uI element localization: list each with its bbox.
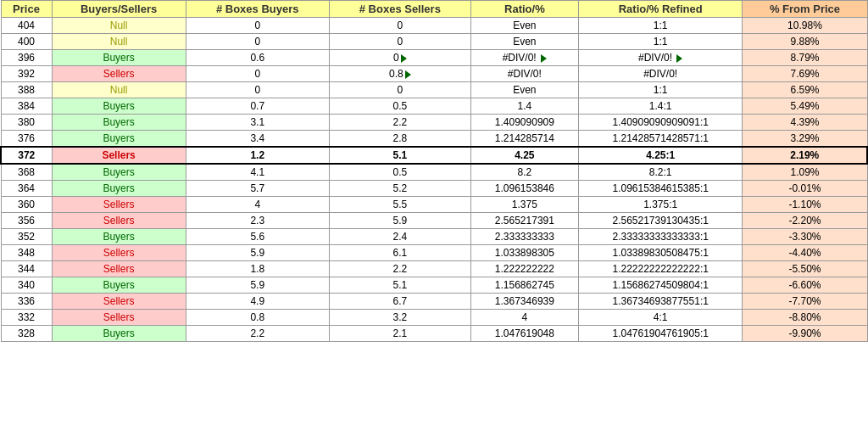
buyers-sellers-cell: Sellers (52, 310, 186, 326)
price-cell: 392 (1, 66, 52, 82)
boxes-sellers-cell: 2.1 (329, 326, 470, 342)
price-cell: 364 (1, 181, 52, 197)
ratio-cell: 1.367346939 (470, 294, 578, 310)
ratio-cell: 2.333333333 (470, 229, 578, 245)
boxes-sellers-cell: 0 (329, 50, 470, 66)
table-row: 360Sellers45.51.3751.375:1-1.10% (1, 197, 867, 213)
ratio-refined-cell: 4.25:1 (578, 147, 743, 164)
buyers-sellers-cell: Sellers (52, 213, 186, 229)
table-row: 328Buyers2.22.11.0476190481.047619047619… (1, 326, 867, 342)
ratio-cell: 1.409090909 (470, 115, 578, 131)
ratio-refined-cell: 8.2:1 (578, 164, 743, 181)
ratio-refined-cell: #DIV/0! (578, 66, 743, 82)
ratio-refined-cell: 1.03389830508475:1 (578, 245, 743, 261)
boxes-buyers-cell: 0.8 (186, 310, 329, 326)
from-price-cell: 1.09% (743, 164, 867, 181)
triangle-icon (401, 54, 407, 63)
boxes-buyers-cell: 5.6 (186, 229, 329, 245)
boxes-sellers-cell: 5.9 (329, 213, 470, 229)
triangle-icon (405, 70, 411, 79)
from-price-cell: 2.19% (743, 147, 867, 164)
price-cell: 404 (1, 18, 52, 34)
ratio-cell: #DIV/0! (470, 50, 578, 66)
col-header---boxes-sellers: # Boxes Sellers (329, 1, 470, 18)
price-cell: 368 (1, 164, 52, 181)
ratio-cell: 1.096153846 (470, 181, 578, 197)
buyers-sellers-cell: Buyers (52, 98, 186, 115)
from-price-cell: 4.39% (743, 115, 867, 131)
ratio-cell: 1.214285714 (470, 131, 578, 148)
price-cell: 332 (1, 310, 52, 326)
boxes-buyers-cell: 4.1 (186, 164, 329, 181)
table-row: 368Buyers4.10.58.28.2:11.09% (1, 164, 867, 181)
boxes-buyers-cell: 5.7 (186, 181, 329, 197)
boxes-sellers-cell: 5.2 (329, 181, 470, 197)
from-price-cell: -4.40% (743, 245, 867, 261)
price-cell: 372 (1, 147, 52, 164)
ratio-cell: 1.4 (470, 98, 578, 115)
boxes-sellers-cell: 6.1 (329, 245, 470, 261)
price-cell: 380 (1, 115, 52, 131)
table-row: 364Buyers5.75.21.0961538461.096153846153… (1, 181, 867, 197)
boxes-sellers-cell: 0.5 (329, 98, 470, 115)
boxes-buyers-cell: 2.3 (186, 213, 329, 229)
buyers-sellers-cell: Buyers (52, 131, 186, 148)
from-price-cell: 3.29% (743, 131, 867, 148)
from-price-cell: 10.98% (743, 18, 867, 34)
ratio-cell: 1.156862745 (470, 277, 578, 294)
buyers-sellers-cell: Null (52, 34, 186, 50)
boxes-buyers-cell: 1.8 (186, 261, 329, 277)
triangle-icon (541, 54, 547, 63)
price-cell: 352 (1, 229, 52, 245)
table-row: 404Null00Even1:110.98% (1, 18, 867, 34)
boxes-buyers-cell: 0 (186, 34, 329, 50)
boxes-buyers-cell: 0 (186, 82, 329, 98)
buyers-sellers-cell: Sellers (52, 261, 186, 277)
boxes-buyers-cell: 5.9 (186, 245, 329, 261)
from-price-cell: 9.88% (743, 34, 867, 50)
buyers-sellers-cell: Sellers (52, 197, 186, 213)
table-row: 388Null00Even1:16.59% (1, 82, 867, 98)
table-row: 392Sellers00.8#DIV/0!#DIV/0!7.69% (1, 66, 867, 82)
from-price-cell: -5.50% (743, 261, 867, 277)
from-price-cell: 6.59% (743, 82, 867, 98)
boxes-sellers-cell: 3.2 (329, 310, 470, 326)
ratio-cell: 4 (470, 310, 578, 326)
table-row: 384Buyers0.70.51.41.4:15.49% (1, 98, 867, 115)
boxes-buyers-cell: 3.4 (186, 131, 329, 148)
boxes-buyers-cell: 3.1 (186, 115, 329, 131)
buyers-sellers-cell: Sellers (52, 245, 186, 261)
ratio-cell: 1.375 (470, 197, 578, 213)
price-cell: 376 (1, 131, 52, 148)
table-row: 376Buyers3.42.81.2142857141.214285714285… (1, 131, 867, 148)
price-cell: 328 (1, 326, 52, 342)
from-price-cell: 5.49% (743, 98, 867, 115)
from-price-cell: 7.69% (743, 66, 867, 82)
table-row: 396Buyers0.60#DIV/0! #DIV/0! 8.79% (1, 50, 867, 66)
buyers-sellers-cell: Sellers (52, 294, 186, 310)
boxes-sellers-cell: 5.1 (329, 277, 470, 294)
table-row: 348Sellers5.96.11.0338983051.03389830508… (1, 245, 867, 261)
boxes-buyers-cell: 0 (186, 18, 329, 34)
buyers-sellers-cell: Sellers (52, 66, 186, 82)
from-price-cell: -8.80% (743, 310, 867, 326)
ratio-refined-cell: 1.15686274509804:1 (578, 277, 743, 294)
boxes-sellers-cell: 0 (329, 18, 470, 34)
from-price-cell: -2.20% (743, 213, 867, 229)
ratio-refined-cell: 2.56521739130435:1 (578, 213, 743, 229)
price-cell: 384 (1, 98, 52, 115)
table-row: 400Null00Even1:19.88% (1, 34, 867, 50)
ratio-refined-cell: 1.40909090909091:1 (578, 115, 743, 131)
table-row: 344Sellers1.82.21.2222222221.22222222222… (1, 261, 867, 277)
table-row: 372Sellers1.25.14.254.25:12.19% (1, 147, 867, 164)
boxes-buyers-cell: 5.9 (186, 277, 329, 294)
table-row: 336Sellers4.96.71.3673469391.36734693877… (1, 294, 867, 310)
boxes-sellers-cell: 6.7 (329, 294, 470, 310)
ratio-cell: 1.222222222 (470, 261, 578, 277)
ratio-refined-cell: 1.04761904761905:1 (578, 326, 743, 342)
triangle-icon (676, 54, 682, 63)
from-price-cell: -7.70% (743, 294, 867, 310)
table-row: 356Sellers2.35.92.5652173912.56521739130… (1, 213, 867, 229)
ratio-cell: 4.25 (470, 147, 578, 164)
price-cell: 396 (1, 50, 52, 66)
